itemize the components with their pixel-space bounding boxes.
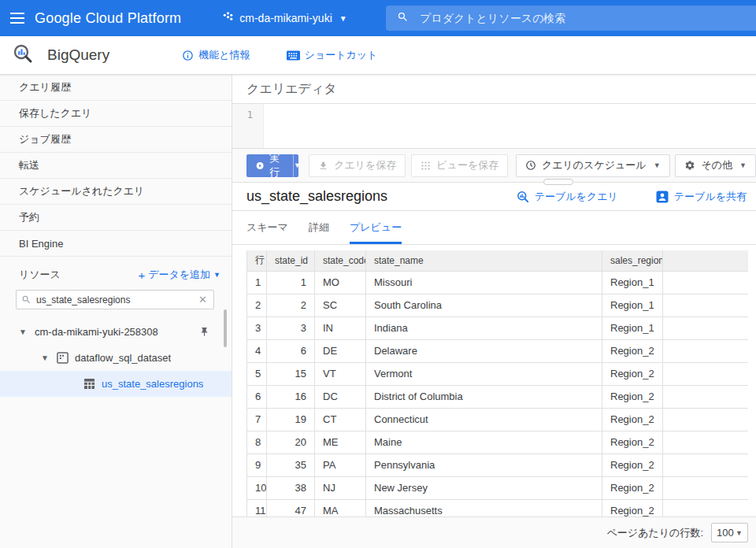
resource-search-input[interactable] [36,294,197,305]
chevron-down-icon: ▼ [739,161,747,169]
sidebar-item-query-history[interactable]: クエリ履歴 [0,75,232,101]
schedule-query-button[interactable]: クエリのスケジュール ▼ [516,154,670,177]
chevron-down-icon: ▼ [213,271,220,279]
tab-schema[interactable]: スキーマ [246,211,288,244]
query-editor-title: クエリエディタ [232,75,756,104]
tree-dataset-row[interactable]: ▼ dataflow_sql_dataset [0,345,232,371]
bigquery-logo-icon [13,43,33,67]
project-name: cm-da-mikami-yuki [239,12,332,24]
table-detail-header: us_state_salesregions テーブルをクエリ テーブルを共有 [232,183,756,211]
query-table-button[interactable]: テーブルをクエリ [517,190,618,204]
tree-project-row[interactable]: ▼ cm-da-mikami-yuki-258308 [0,319,232,345]
person-icon [656,191,669,203]
product-title: BigQuery [47,46,109,64]
features-info-link[interactable]: 機能と情報 [182,48,250,62]
sidebar-item-job-history[interactable]: ジョブ履歴 [0,127,232,153]
share-table-button[interactable]: テーブルを共有 [656,190,747,204]
info-icon [182,50,194,61]
line-number-gutter: 1 [232,104,264,148]
tab-preview[interactable]: プレビュー [350,211,402,244]
save-query-button[interactable]: クエリを保存 [309,154,406,177]
more-button[interactable]: その他 ▼ [675,154,756,177]
clock-icon [525,160,536,171]
tab-details[interactable]: 詳細 [309,211,329,244]
query-table-icon [517,191,529,203]
table-row: 1038NJNew JerseyRegion_2 [247,476,749,499]
plus-icon: + [138,268,145,282]
query-editor[interactable]: 1 [232,104,756,149]
preview-grid: 行 state_id state_code state_name sales_r… [232,245,756,517]
sidebar-item-bi-engine[interactable]: BI Engine [0,231,232,257]
pagination-bar: ページあたりの行数: 100 ▼ [232,517,756,548]
chevron-down-icon: ▼ [339,14,347,23]
resource-search-box[interactable]: ✕ [16,290,214,309]
sidebar: クエリ履歴 保存したクエリ ジョブ履歴 転送 スケジュールされたクエリ 予約 B… [0,75,232,548]
editor-toolbar: 実行 ▼ クエリを保存 ビューを保存 クエリのスケジュール ▼ [232,149,756,183]
gear-icon [684,160,695,171]
table-header-row: 行 state_id state_code state_name sales_r… [247,250,749,271]
rows-per-page-select[interactable]: 100 ▼ [711,523,748,542]
sidebar-scrollbar[interactable] [224,309,227,347]
search-icon [397,11,409,26]
table-row: 820MEMaineRegion_2 [247,431,749,454]
expand-arrow-icon[interactable]: ▼ [17,328,28,336]
clear-search-icon[interactable]: ✕ [197,294,209,305]
tree-table-row[interactable]: us_state_salesregions [0,371,232,397]
col-sales-region: sales_region [602,250,663,271]
table-row: 935PAPennsylvaniaRegion_2 [247,454,749,476]
gcp-brand[interactable]: Google Cloud Platform [35,10,181,27]
play-icon [256,160,264,172]
query-editor-textarea[interactable] [264,104,756,148]
add-data-button[interactable]: + データを追加 ▼ [138,268,220,282]
table-title: us_state_salesregions [246,188,387,205]
pin-icon[interactable] [199,327,209,337]
project-icon [222,11,234,25]
chevron-down-icon: ▼ [654,161,661,169]
panel-resize-handle[interactable] [543,179,573,185]
dataset-icon [57,352,69,364]
col-state-id: state_id [267,250,315,271]
table-icon [83,378,95,390]
table-tabs: スキーマ 詳細 プレビュー [232,211,756,245]
table-row: 616DCDistrict of ColumbiaRegion_2 [247,385,749,408]
search-icon [21,294,32,305]
global-search[interactable] [386,6,756,31]
sidebar-item-transfers[interactable]: 転送 [0,153,232,179]
preview-table-body: 11MOMissouriRegion_122SCSouth CarolinaRe… [247,271,749,517]
run-query-button[interactable]: 実行 ▼ [246,154,298,177]
grid-dots-icon [421,161,431,171]
shortcuts-link[interactable]: ショートカット [287,48,378,62]
sidebar-item-reservations[interactable]: 予約 [0,205,232,231]
gcp-header: Google Cloud Platform cm-da-mikami-yuki … [0,0,756,36]
table-row: 11MOMissouriRegion_1 [247,271,749,294]
col-state-code: state_code [315,250,366,271]
expand-arrow-icon[interactable]: ▼ [39,354,50,362]
chevron-down-icon: ▼ [736,529,743,537]
table-row: 22SCSouth CarolinaRegion_1 [247,294,749,317]
table-row: 515VTVermontRegion_2 [247,362,749,385]
bigquery-appbar: BigQuery 機能と情報 ショートカット [0,36,756,75]
sidebar-item-saved-queries[interactable]: 保存したクエリ [0,101,232,127]
table-row: 33INIndianaRegion_1 [247,317,749,339]
resources-title: リソース [19,268,61,282]
col-row-number: 行 [247,250,267,271]
rows-per-page-label: ページあたりの行数: [607,526,703,540]
col-filler [663,250,749,271]
table-row: 1147MAMassachusettsRegion_2 [247,499,749,517]
col-state-name: state_name [366,250,602,271]
run-options-dropdown[interactable]: ▼ [293,154,298,177]
sidebar-item-scheduled-queries[interactable]: スケジュールされたクエリ [0,179,232,205]
save-view-button[interactable]: ビューを保存 [411,154,508,177]
table-row: 719CTConnecticutRegion_2 [247,408,749,431]
table-row: 46DEDelawareRegion_2 [247,339,749,362]
keyboard-icon [287,50,300,61]
menu-icon[interactable] [0,0,35,36]
project-selector[interactable]: cm-da-mikami-yuki ▼ [222,11,346,25]
global-search-input[interactable] [420,12,703,24]
download-icon [318,161,328,171]
